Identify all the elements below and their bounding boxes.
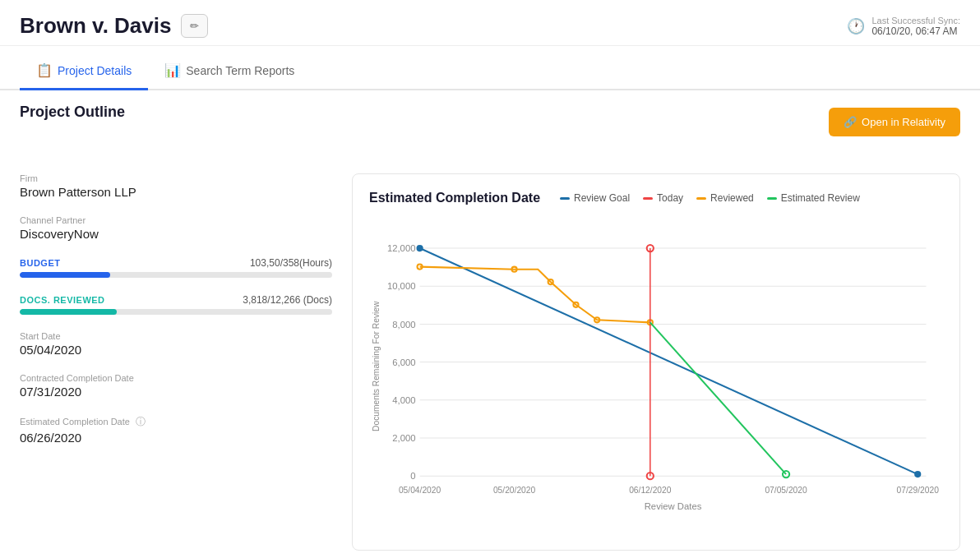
channel-partner-label: Channel Partner bbox=[20, 215, 332, 225]
svg-text:07/05/2020: 07/05/2020 bbox=[765, 486, 807, 495]
project-outline-row: Project Outline 🔗 Open in Relativity bbox=[0, 104, 980, 154]
tab-search-term-reports-label: Search Term Reports bbox=[186, 64, 294, 77]
clock-icon: 🕐 bbox=[847, 17, 865, 35]
docs-progress-bar bbox=[20, 309, 332, 315]
open-relativity-label: Open in Relativity bbox=[862, 116, 945, 128]
svg-text:8,000: 8,000 bbox=[392, 320, 415, 330]
svg-text:Review Dates: Review Dates bbox=[645, 501, 702, 511]
tab-project-details[interactable]: 📋 Project Details bbox=[20, 53, 148, 90]
channel-partner-value: DiscoveryNow bbox=[20, 227, 332, 241]
docs-header: DOCS. REVIEWED 3,818/12,266 (Docs) bbox=[20, 294, 332, 306]
docs-value: 3,818/12,266 (Docs) bbox=[243, 294, 332, 306]
chart-header: Estimated Completion Date Review Goal To… bbox=[369, 191, 943, 205]
start-date-value: 05/04/2020 bbox=[20, 343, 332, 357]
svg-text:12,000: 12,000 bbox=[387, 243, 416, 253]
channel-partner-field: Channel Partner DiscoveryNow bbox=[20, 215, 332, 241]
firm-field: Firm Brown Patterson LLP bbox=[20, 173, 332, 199]
svg-line-33 bbox=[650, 322, 786, 474]
estimated-completion-field: Estimated Completion Date ⓘ 06/26/2020 bbox=[20, 415, 332, 445]
tab-search-term-reports[interactable]: 📊 Search Term Reports bbox=[148, 53, 311, 90]
contracted-completion-label: Contracted Completion Date bbox=[20, 373, 332, 383]
right-panel: Estimated Completion Date Review Goal To… bbox=[352, 173, 960, 551]
sync-label: Last Successful Sync: bbox=[871, 16, 960, 25]
chart-legend: Review Goal Today Reviewed Estimated Rev… bbox=[560, 192, 860, 204]
project-details-icon: 📋 bbox=[36, 62, 53, 78]
case-title: Brown v. Davis bbox=[20, 13, 171, 39]
legend-dot-estimated-review bbox=[767, 197, 777, 200]
header: Brown v. Davis ✏ 🕐 Last Successful Sync:… bbox=[0, 0, 980, 46]
sync-text: Last Successful Sync: 06/10/20, 06:47 AM bbox=[871, 16, 960, 37]
legend-dot-review-goal bbox=[560, 197, 570, 200]
start-date-field: Start Date 05/04/2020 bbox=[20, 331, 332, 357]
svg-text:05/20/2020: 05/20/2020 bbox=[493, 486, 536, 495]
budget-section: BUDGET 103,50/358(Hours) bbox=[20, 257, 332, 278]
budget-header: BUDGET 103,50/358(Hours) bbox=[20, 257, 332, 269]
svg-text:2,000: 2,000 bbox=[392, 433, 415, 443]
svg-text:4,000: 4,000 bbox=[392, 395, 415, 405]
contracted-completion-field: Contracted Completion Date 07/31/2020 bbox=[20, 373, 332, 399]
legend-estimated-review: Estimated Review bbox=[767, 192, 860, 204]
estimated-completion-label: Estimated Completion Date ⓘ bbox=[20, 415, 332, 429]
svg-text:07/29/2020: 07/29/2020 bbox=[897, 486, 940, 495]
svg-text:06/12/2020: 06/12/2020 bbox=[629, 486, 672, 495]
search-term-icon: 📊 bbox=[164, 62, 181, 78]
budget-progress-bar bbox=[20, 272, 332, 278]
budget-label: BUDGET bbox=[20, 258, 60, 268]
tabs: 📋 Project Details 📊 Search Term Reports bbox=[0, 53, 980, 90]
budget-progress-fill bbox=[20, 272, 110, 278]
tab-project-details-label: Project Details bbox=[58, 64, 132, 77]
docs-section: DOCS. REVIEWED 3,818/12,266 (Docs) bbox=[20, 294, 332, 315]
docs-label: DOCS. REVIEWED bbox=[20, 295, 105, 305]
sync-time: 06/10/20, 06:47 AM bbox=[871, 25, 960, 37]
svg-point-23 bbox=[914, 471, 921, 477]
open-relativity-icon: 🔗 bbox=[844, 116, 857, 128]
budget-value: 103,50/358(Hours) bbox=[250, 257, 332, 269]
info-icon: ⓘ bbox=[136, 416, 146, 427]
edit-button[interactable]: ✏ bbox=[181, 14, 208, 38]
svg-text:Documents Remaining For Review: Documents Remaining For Review bbox=[372, 301, 381, 431]
project-outline-title: Project Outline bbox=[20, 104, 125, 121]
open-relativity-button[interactable]: 🔗 Open in Relativity bbox=[829, 108, 960, 136]
firm-label: Firm bbox=[20, 173, 332, 183]
svg-text:10,000: 10,000 bbox=[387, 281, 416, 291]
legend-review-goal: Review Goal bbox=[560, 192, 630, 204]
start-date-label: Start Date bbox=[20, 331, 332, 341]
header-left: Brown v. Davis ✏ bbox=[20, 13, 208, 39]
legend-dot-reviewed bbox=[696, 197, 706, 200]
svg-point-22 bbox=[416, 245, 423, 251]
docs-progress-fill bbox=[20, 309, 117, 315]
left-panel: Firm Brown Patterson LLP Channel Partner… bbox=[20, 173, 332, 551]
main-content: Firm Brown Patterson LLP Channel Partner… bbox=[0, 154, 980, 558]
contracted-completion-value: 07/31/2020 bbox=[20, 385, 332, 399]
chart-title: Estimated Completion Date bbox=[369, 191, 540, 205]
firm-value: Brown Patterson LLP bbox=[20, 185, 332, 199]
svg-text:0: 0 bbox=[410, 471, 415, 481]
legend-dot-today bbox=[643, 197, 653, 200]
chart-svg: 0 2,000 4,000 6,000 8,000 10,000 12,000 … bbox=[369, 219, 943, 531]
estimated-completion-value: 06/26/2020 bbox=[20, 431, 332, 445]
legend-today: Today bbox=[643, 192, 683, 204]
sync-info: 🕐 Last Successful Sync: 06/10/20, 06:47 … bbox=[847, 16, 960, 37]
chart-card: Estimated Completion Date Review Goal To… bbox=[352, 173, 960, 551]
svg-line-21 bbox=[420, 248, 918, 474]
legend-reviewed: Reviewed bbox=[696, 192, 754, 204]
svg-text:6,000: 6,000 bbox=[392, 357, 415, 367]
svg-text:05/04/2020: 05/04/2020 bbox=[399, 486, 441, 495]
